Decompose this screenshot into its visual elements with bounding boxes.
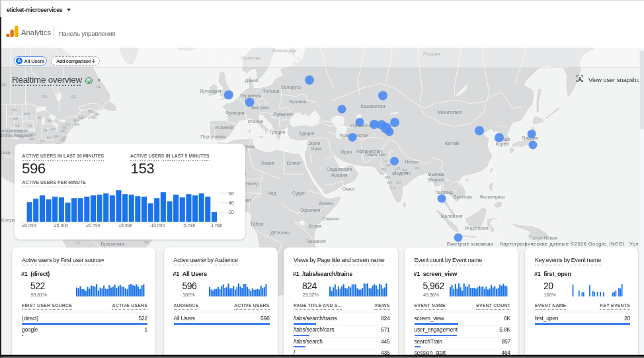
svg-text:Ирак: Ирак [311,146,323,152]
svg-text:Испания: Испания [215,125,233,130]
svg-text:Иран: Иран [341,150,352,155]
svg-text:Штаты Америки: Штаты Америки [0,133,32,138]
svg-text:Франция: Франция [225,111,245,116]
svg-text:Габон: Габон [251,222,263,226]
svg-text:Мьянма: Мьянма [428,172,445,177]
svg-text:Украина: Украина [289,99,307,105]
svg-text:SD: SD [13,116,19,120]
svg-text:NC: NC [60,138,65,142]
svg-text:Филиппины: Филиппины [480,195,505,199]
svg-text:Сирия: Сирия [307,141,321,146]
svg-text:Малайзия: Малайзия [441,214,463,218]
svg-text:RJ: RJ [382,167,387,171]
svg-text:Мексика: Мексика [0,150,11,155]
svg-text:Нигер: Нигер [246,181,259,187]
svg-text:Саудовская: Саудовская [327,167,352,172]
svg-text:NB: NB [88,109,93,113]
svg-text:Вьетнам: Вьетнам [454,195,472,199]
svg-text:Оман: Оман [342,187,354,191]
svg-text:KY: KY [47,136,52,140]
svg-text:Монголия: Монголия [438,109,462,115]
svg-text:TN: TN [390,186,395,190]
svg-text:GJ: GJ [380,171,384,175]
svg-text:NE: NE [15,124,20,128]
svg-text:NH: NH [74,118,79,122]
svg-text:OK: OK [19,136,24,140]
svg-text:Ливия: Ливия [261,161,274,165]
svg-text:ДР Конго: ДР Конго [270,230,290,236]
svg-text:Австрия: Австрия [251,105,269,111]
svg-text:AS: AS [415,166,420,170]
svg-text:PE: PE [144,240,149,244]
svg-text:HP: HP [385,163,391,167]
svg-text:Пакистан: Пакистан [366,152,385,157]
svg-text:SK: SK [1,83,7,87]
svg-text:OH: OH [50,127,56,131]
svg-text:WB: WB [405,171,411,175]
svg-text:ON: ON [42,95,47,99]
svg-text:AR: AR [30,137,35,141]
svg-text:Индонезия: Индонезия [465,226,489,231]
svg-text:Сомали: Сомали [322,216,339,221]
svg-text:NS: NS [92,116,97,120]
svg-text:Ирландия: Ирландия [200,89,221,94]
svg-text:UP: UP [395,167,400,171]
svg-text:ME: ME [79,116,85,120]
svg-text:Судан: Судан [292,191,305,196]
svg-text:Эфиопия: Эфиопия [300,208,320,213]
svg-text:Танзания: Танзания [305,239,326,244]
svg-text:Корея: Корея [496,142,509,147]
svg-text:AP: AP [396,181,401,185]
svg-text:MI: MI [47,118,52,122]
svg-text:Дания: Дания [245,78,258,83]
svg-text:JK: JK [383,159,387,163]
svg-text:Португалия: Португалия [200,134,225,140]
svg-text:WV: WV [54,134,60,138]
svg-text:Чад: Чад [268,191,276,196]
svg-text:Непал: Непал [405,159,419,164]
svg-text:IA: IA [28,124,32,128]
svg-text:QC: QC [71,95,76,99]
svg-text:Италия: Италия [248,119,264,124]
svg-text:Таиланд: Таиланд [434,190,453,195]
svg-text:KS: KS [17,130,22,134]
svg-text:KA: KA [387,181,392,185]
svg-text:MH: MH [385,175,391,179]
svg-text:Аравия: Аравия [331,173,347,178]
svg-text:NL: NL [96,85,101,89]
svg-text:Китай: Китай [445,140,460,146]
svg-text:MD: MD [60,129,66,133]
svg-text:Греция: Греция [270,130,285,135]
svg-text:Беларусь: Беларусь [281,85,302,90]
svg-text:Турция: Турция [299,131,314,136]
svg-text:IN: IN [44,128,48,132]
svg-text:MP: MP [392,172,398,176]
svg-text:AC: AC [75,241,81,245]
svg-text:Казахстан: Казахстан [360,103,385,109]
svg-text:Польша: Польша [262,89,279,93]
svg-text:MA: MA [74,122,80,126]
svg-text:(Бирма): (Бирма) [428,177,445,183]
svg-text:Румыния: Румыния [273,112,293,117]
svg-text:IL: IL [36,128,40,132]
svg-text:MN: MN [24,112,30,116]
svg-text:Кения: Кения [308,224,321,228]
svg-text:Йемен: Йемен [319,201,333,206]
svg-text:Папуа-Новая: Папуа-Новая [529,236,557,241]
svg-text:Египет: Египет [287,161,302,165]
svg-text:WI: WI [37,116,42,120]
svg-text:ND: ND [12,108,17,112]
svg-text:MO: MO [30,132,37,136]
svg-text:Бразилия: Бразилия [101,241,124,247]
